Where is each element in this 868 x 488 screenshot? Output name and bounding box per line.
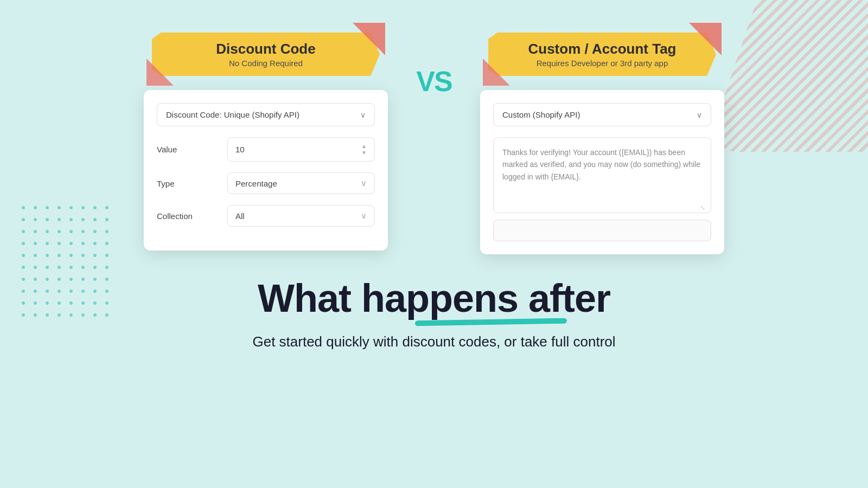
- right-dropdown-chevron-icon: ∨: [697, 111, 702, 119]
- type-dropdown[interactable]: Percentage ∨: [227, 172, 375, 194]
- right-side: Custom / Account Tag Requires Developer …: [467, 27, 738, 254]
- right-textarea[interactable]: Thanks for verifying! Your account ({EMA…: [493, 137, 711, 213]
- collection-display: All: [235, 211, 245, 221]
- collection-row: Collection All ∨: [157, 205, 375, 227]
- left-dropdown-label: Discount Code: Unique (Shopify API): [166, 110, 360, 119]
- subheadline: Get started quickly with discount codes,…: [252, 333, 615, 350]
- bottom-section: What happens after Get started quickly w…: [252, 276, 615, 350]
- type-chevron-icon: ∨: [361, 178, 367, 188]
- vs-badge: VS: [401, 65, 467, 98]
- value-label: Value: [157, 145, 227, 154]
- left-side: Discount Code No Coding Required Discoun…: [130, 27, 401, 251]
- headline-wrap: What happens after: [258, 276, 610, 320]
- right-banner-subtitle: Requires Developer or 3rd party app: [528, 59, 676, 68]
- right-banner-title: Custom / Account Tag: [528, 41, 676, 57]
- left-banner-subtitle: No Coding Required: [216, 59, 315, 68]
- page-container: Discount Code No Coding Required Discoun…: [0, 0, 868, 488]
- type-display: Percentage: [235, 179, 277, 188]
- value-row: Value 10 ▲ ▼: [157, 137, 375, 162]
- resize-handle-icon: ⤡: [700, 203, 706, 209]
- textarea-text: Thanks for verifying! Your account ({EMA…: [502, 148, 700, 181]
- collection-chevron-icon: ∨: [361, 211, 367, 221]
- left-dropdown[interactable]: Discount Code: Unique (Shopify API) ∨: [157, 103, 375, 126]
- type-row: Type Percentage ∨: [157, 172, 375, 194]
- value-display: 10: [235, 145, 245, 154]
- stepper-down-icon: ▼: [361, 150, 367, 156]
- right-banner-text: Custom / Account Tag Requires Developer …: [528, 41, 676, 68]
- left-banner: Discount Code No Coding Required: [152, 27, 380, 81]
- right-banner: Custom / Account Tag Requires Developer …: [488, 27, 716, 81]
- left-dropdown-chevron-icon: ∨: [360, 111, 366, 119]
- value-input[interactable]: 10 ▲ ▼: [227, 137, 375, 162]
- main-headline: What happens after: [258, 276, 610, 320]
- comparison-area: Discount Code No Coding Required Discoun…: [0, 0, 868, 254]
- stepper-arrows-icon[interactable]: ▲ ▼: [361, 143, 367, 156]
- right-card-bottom-area: [493, 220, 711, 241]
- type-label: Type: [157, 179, 227, 188]
- left-card: Discount Code: Unique (Shopify API) ∨ Va…: [144, 90, 388, 251]
- vs-text: VS: [416, 65, 451, 98]
- left-banner-text: Discount Code No Coding Required: [216, 41, 315, 68]
- collection-dropdown[interactable]: All ∨: [227, 205, 375, 227]
- right-dropdown[interactable]: Custom (Shopify API) ∨: [493, 103, 711, 126]
- collection-label: Collection: [157, 211, 227, 221]
- right-card: Custom (Shopify API) ∨ Thanks for verify…: [480, 90, 724, 254]
- right-dropdown-label: Custom (Shopify API): [502, 110, 697, 119]
- stepper-up-icon: ▲: [361, 143, 367, 149]
- left-banner-title: Discount Code: [216, 41, 315, 57]
